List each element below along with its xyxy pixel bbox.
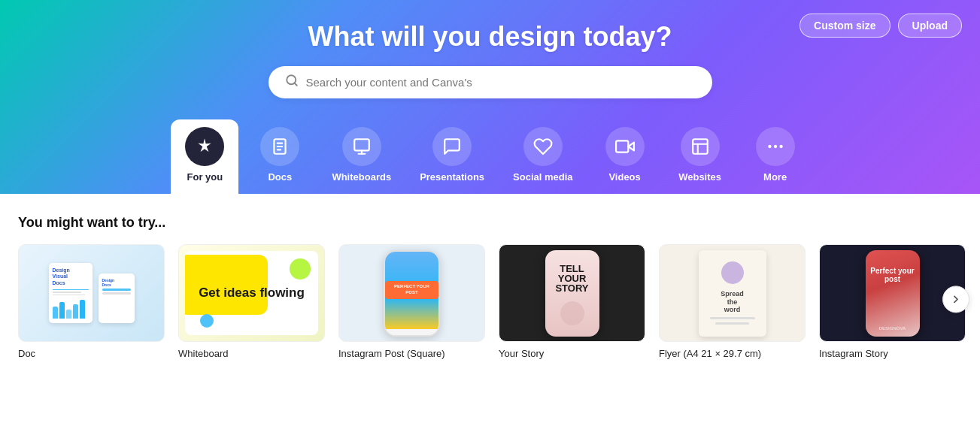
header-actions: Custom size Upload xyxy=(799,14,962,38)
card-label-whiteboard: Whiteboard xyxy=(178,348,325,359)
header: Custom size Upload What will you design … xyxy=(0,0,980,194)
docs-icon xyxy=(260,127,299,166)
phone-badge-text: PERFECT YOUR POST xyxy=(385,281,438,299)
card-whiteboard[interactable]: Get ideas flowing Whiteboard xyxy=(178,244,325,359)
doc-page-main: DesignVisualDocs xyxy=(49,263,93,323)
main-content: You might want to try... DesignVisualDoc… xyxy=(0,194,980,374)
card-label-doc: Doc xyxy=(18,348,165,359)
nav-item-whiteboards[interactable]: Whiteboards xyxy=(321,119,402,194)
card-doc[interactable]: DesignVisualDocs DesignDocs xyxy=(18,244,165,359)
websites-icon xyxy=(681,127,720,166)
nav-item-presentations[interactable]: Presentations xyxy=(409,119,495,194)
whiteboard-text: Get ideas flowing xyxy=(193,286,311,301)
for-you-icon xyxy=(185,127,224,166)
card-label-igstory: Instagram Story xyxy=(819,348,966,359)
search-icon xyxy=(285,74,299,91)
nav-item-more[interactable]: More xyxy=(742,119,809,194)
card-thumb-story: TELL YOUR STORY xyxy=(499,244,645,342)
svg-point-15 xyxy=(773,145,776,148)
presentations-icon xyxy=(432,127,472,166)
upload-button[interactable]: Upload xyxy=(898,14,962,38)
section-title: You might want to try... xyxy=(18,215,962,231)
nav-item-websites[interactable]: Websites xyxy=(666,119,734,194)
social-media-icon xyxy=(523,127,563,166)
card-label-story: Your Story xyxy=(499,348,645,359)
svg-point-14 xyxy=(768,145,771,148)
svg-marker-9 xyxy=(628,143,634,151)
nav-item-for-you[interactable]: For you xyxy=(171,119,238,194)
more-icon xyxy=(756,127,795,166)
igstory-text: Perfect your post xyxy=(866,267,920,283)
card-ig-post[interactable]: PERFECT YOUR POST Instagram Post (Square… xyxy=(338,244,485,359)
svg-line-1 xyxy=(294,83,296,85)
whiteboards-icon xyxy=(342,127,381,166)
nav-label-videos: Videos xyxy=(608,171,640,183)
next-button[interactable] xyxy=(942,286,969,313)
nav-label-whiteboards: Whiteboards xyxy=(332,171,391,183)
card-thumb-doc: DesignVisualDocs DesignDocs xyxy=(18,244,165,342)
svg-rect-11 xyxy=(693,139,708,154)
svg-rect-10 xyxy=(616,140,628,152)
cards-row: DesignVisualDocs DesignDocs xyxy=(18,244,962,359)
card-flyer[interactable]: Spreadtheword Flyer (A4 21 × 29.7 cm) xyxy=(659,244,806,359)
svg-point-16 xyxy=(779,145,782,148)
nav-label-more: More xyxy=(763,171,787,183)
nav-item-videos[interactable]: Videos xyxy=(591,119,659,194)
nav-label-social-media: Social media xyxy=(513,171,572,183)
search-bar xyxy=(269,66,712,98)
card-story[interactable]: TELL YOUR STORY Your Story xyxy=(499,244,645,359)
search-input[interactable] xyxy=(306,76,696,89)
videos-icon xyxy=(605,127,645,166)
card-label-flyer: Flyer (A4 21 × 29.7 cm) xyxy=(659,348,806,359)
nav-label-for-you: For you xyxy=(187,171,223,183)
nav-item-social-media[interactable]: Social media xyxy=(502,119,583,194)
card-thumb-whiteboard: Get ideas flowing xyxy=(178,244,325,342)
story-text: TELL YOUR STORY xyxy=(545,264,599,293)
nav-icons: For you Docs Whiteboards xyxy=(15,119,965,194)
card-thumb-flyer: Spreadtheword xyxy=(659,244,806,342)
card-label-igpost: Instagram Post (Square) xyxy=(338,348,485,359)
nav-label-websites: Websites xyxy=(678,171,721,183)
card-thumb-igpost: PERFECT YOUR POST xyxy=(338,244,485,342)
nav-label-presentations: Presentations xyxy=(420,171,484,183)
nav-item-docs[interactable]: Docs xyxy=(246,119,314,194)
svg-rect-6 xyxy=(354,139,369,150)
nav-label-docs: Docs xyxy=(268,171,292,183)
custom-size-button[interactable]: Custom size xyxy=(799,14,890,38)
